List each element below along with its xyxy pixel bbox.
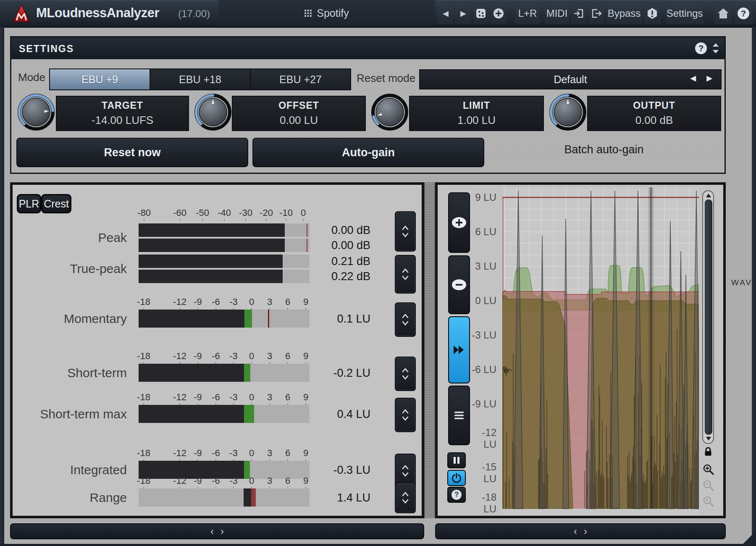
warning-button[interactable] (644, 3, 661, 24)
next-preset-button[interactable]: ▶ (455, 3, 471, 24)
mode-label: Mode (18, 71, 52, 84)
range-value: 1.4 LU (286, 491, 370, 504)
reset-now-button[interactable]: Reset now (16, 138, 248, 167)
target-knob[interactable] (16, 92, 56, 132)
shortmax-label: Short-term max (9, 407, 127, 421)
offset-knob[interactable] (193, 92, 233, 132)
help-icon: ? (738, 8, 749, 19)
collapse-panel-icon[interactable] (711, 42, 720, 54)
reset-mode-label: Reset mode (357, 72, 415, 85)
shortmax-meter (139, 405, 310, 423)
dice-icon (475, 8, 486, 19)
shortterm-value: -0.2 LU (286, 367, 370, 380)
panel-divider[interactable] (424, 182, 435, 518)
import-icon (573, 8, 585, 19)
truepeak-meter-r (139, 270, 310, 283)
offset-display: OFFSET 0.00 LU (232, 96, 366, 131)
zoom-reset-icon[interactable] (703, 496, 714, 507)
scroll-down-icon[interactable] (706, 437, 711, 441)
shortterm-meter (139, 364, 310, 382)
shortmax-value: 0.4 LU (286, 408, 370, 421)
momentary-value: 0.1 LU (286, 312, 370, 326)
scrollbar-thumb[interactable] (705, 200, 712, 435)
limit-value: 1.00 LU (457, 114, 496, 127)
limit-label: LIMIT (463, 100, 490, 111)
midi-button[interactable]: MIDI (545, 3, 569, 24)
app-title: MLoudnessAnalyzer (36, 5, 159, 21)
graph-ylabel-6: 6 LU (467, 226, 496, 238)
help-button[interactable]: ? (734, 3, 753, 24)
graph-horizontal-scrollbar[interactable]: ‹ › (435, 523, 726, 539)
home-icon (717, 8, 729, 19)
graph-ylabel-m6: -6 LU (467, 364, 496, 375)
mode-ebu27-button[interactable]: EBU +27 (251, 69, 350, 89)
settings-help-icon[interactable]: ? (695, 42, 707, 54)
preset-selector[interactable]: Spotify (218, 0, 435, 26)
batch-auto-gain-button[interactable]: Batch auto-gain (488, 143, 719, 156)
random-preset-button[interactable] (473, 3, 489, 24)
momentary-label: Momentary (9, 312, 127, 326)
reset-mode-dropdown[interactable]: Default ◀ ▶ (419, 69, 722, 89)
graph-power-button[interactable] (447, 470, 466, 486)
integrated-label: Integrated (9, 463, 127, 477)
title-bar: MLoudnessAnalyzer (17.00) Spotify ◀ ▶ (0, 0, 756, 28)
limit-display: LIMIT 1.00 LU (409, 96, 544, 131)
shortterm-spinner[interactable] (395, 357, 416, 391)
meters-horizontal-scrollbar[interactable]: ‹ › (10, 523, 424, 539)
scroll-right-icon[interactable]: › (220, 525, 224, 537)
range-spinner[interactable] (395, 482, 416, 513)
import-settings-button[interactable] (571, 3, 587, 24)
graph-vertical-scrollbar[interactable] (702, 190, 714, 444)
momentary-spinner[interactable] (395, 302, 416, 337)
output-knob[interactable] (548, 92, 588, 132)
melda-logo-icon[interactable] (13, 5, 30, 22)
fast-forward-icon (453, 345, 465, 355)
scroll-left-icon[interactable]: ‹ (574, 525, 577, 537)
target-label: TARGET (102, 100, 143, 111)
graph-ylabel-m15: -15 LU (467, 461, 496, 485)
minus-oval-icon (452, 279, 467, 291)
wav-tab-label[interactable]: WAV (728, 278, 755, 287)
menu-icon (454, 412, 464, 419)
zoom-in-icon[interactable] (703, 464, 714, 475)
range-label: Range (9, 491, 127, 505)
loudness-graph[interactable] (502, 187, 699, 516)
truepeak-meter-l (139, 255, 310, 268)
graph-ylabel-3: 3 LU (467, 260, 496, 272)
prev-preset-button[interactable]: ◀ (438, 3, 454, 24)
scroll-left-icon[interactable]: ‹ (210, 525, 214, 537)
graph-ylabel-m9: -9 LU (467, 398, 496, 410)
zoom-out-icon[interactable] (703, 480, 714, 491)
resize-handle[interactable] (742, 532, 755, 545)
peak-spinner[interactable] (395, 211, 416, 252)
peak-label: Peak (9, 231, 127, 245)
mode-segmented-control: EBU +9 EBU +18 EBU +27 (49, 68, 351, 90)
integrated-value: -0.3 LU (286, 464, 370, 477)
scroll-right-icon[interactable]: › (584, 525, 587, 537)
app-version: (17.00) (178, 8, 210, 20)
truepeak-spinner[interactable] (395, 255, 416, 294)
mode-ebu9-button[interactable]: EBU +9 (50, 69, 150, 89)
mode-ebu18-button[interactable]: EBU +18 (150, 69, 251, 89)
add-preset-button[interactable] (491, 3, 507, 24)
plus-circle-icon (493, 8, 504, 19)
channel-mode-button[interactable]: L+R (515, 3, 540, 24)
graph-ylabel-m3: -3 LU (467, 329, 496, 341)
graph-help-button[interactable]: ? (447, 487, 466, 503)
peak-meter-r (139, 239, 310, 252)
limit-knob[interactable] (370, 92, 410, 132)
scroll-up-icon[interactable] (706, 194, 711, 197)
plus-oval-icon (452, 217, 467, 228)
dropdown-arrows-icon[interactable]: ◀ ▶ (690, 74, 717, 83)
home-button[interactable] (714, 3, 732, 24)
offset-label: OFFSET (278, 100, 319, 111)
graph-rms-olive-area (502, 296, 573, 509)
shortmax-spinner[interactable] (395, 398, 416, 432)
lock-icon[interactable] (703, 447, 713, 457)
export-settings-button[interactable] (588, 3, 604, 24)
graph-pause-button[interactable] (447, 452, 466, 468)
bottom-frame-edge (0, 544, 756, 546)
bypass-button[interactable]: Bypass (606, 3, 642, 24)
auto-gain-button[interactable]: Auto-gain (252, 138, 484, 167)
settings-button[interactable]: Settings (666, 3, 704, 24)
